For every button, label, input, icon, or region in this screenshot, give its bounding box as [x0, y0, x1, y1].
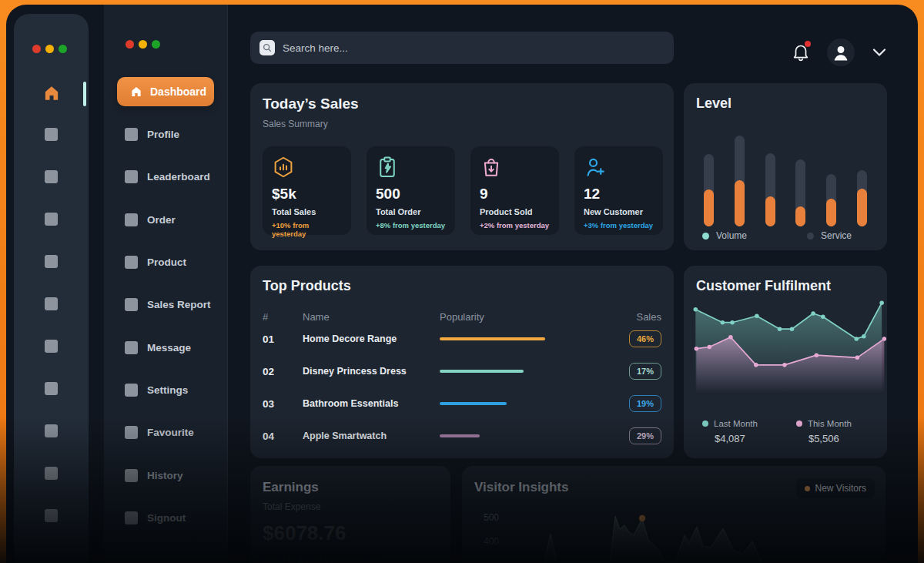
today-sales-subtitle: Sales Summary	[263, 119, 661, 129]
earnings-subtitle: Total Expense	[263, 501, 438, 512]
mini-sidebar-item-message[interactable]	[45, 340, 58, 353]
sidebar-item-sales-report[interactable]: Sales Report	[125, 295, 211, 313]
minimize-window-button[interactable]	[139, 40, 147, 49]
earnings-card: Earnings Total Expense $6078.76 Profit i…	[250, 466, 450, 563]
product-name: Bathroom Essentials	[303, 398, 440, 409]
sidebar-item-history[interactable]: History	[125, 466, 183, 484]
stat-label: Total Sales	[272, 207, 342, 216]
search-bar	[250, 32, 674, 64]
account-menu-button[interactable]	[872, 48, 887, 57]
row-number: 02	[263, 366, 303, 377]
zoom-window-button[interactable]	[59, 45, 67, 53]
sidebar-item-label: Profile	[147, 129, 179, 140]
today-sales-card: Today’s Sales Sales Summary $5kTotal Sal…	[250, 83, 674, 250]
volume-legend-label: Volume	[716, 230, 747, 241]
stat-value: $5k	[272, 186, 342, 203]
col-name: Name	[303, 311, 440, 323]
today-sales-title: Today’s Sales	[263, 96, 661, 112]
earnings-note: Profit is 48% More than last Month	[263, 555, 409, 563]
sidebar-item-settings[interactable]: Settings	[125, 380, 188, 399]
stat-card-total-order: 500Total Order+8% from yesterday	[367, 146, 455, 235]
mini-sidebar-item-dashboard[interactable]	[42, 83, 62, 103]
mini-sidebar-item-leaderboard[interactable]	[45, 170, 58, 183]
fulfilment-area-chart	[691, 300, 888, 394]
order-icon	[125, 213, 138, 226]
visitor-area-chart	[510, 503, 872, 563]
legend-value: $4,087	[715, 433, 758, 444]
product-name: Disney Princess Dress	[303, 366, 440, 377]
stat-label: Product Sold	[480, 207, 550, 216]
sidebar-item-label: History	[147, 470, 183, 481]
mini-sidebar-item-product[interactable]	[45, 255, 58, 268]
sidebar-item-label: Dashboard	[150, 85, 206, 98]
sidebar-item-leaderboard[interactable]: Leaderboard	[125, 167, 210, 186]
mini-sidebar-item-signout[interactable]	[45, 509, 58, 522]
table-row: 01Home Decore Range46%	[263, 323, 661, 355]
profile-icon	[125, 128, 138, 141]
stat-delta: +10% from yesterday	[272, 221, 342, 238]
legend-value: $5,506	[808, 433, 852, 444]
sidebar-item-label: Leaderboard	[147, 171, 210, 183]
new-visitors-label: New Visitors	[815, 483, 866, 494]
stat-card-product-sold: 9Product Sold+2% from yesterday	[470, 146, 559, 235]
earnings-value: $6078.76	[263, 521, 438, 545]
top-products-title: Top Products	[263, 278, 661, 294]
chevron-down-icon	[872, 48, 887, 57]
person-plus-icon	[584, 156, 654, 179]
active-indicator	[83, 82, 86, 106]
sidebar-item-profile[interactable]: Profile	[125, 125, 179, 143]
new-visitors-badge: New Visitors	[796, 478, 875, 498]
sidebar-item-label: Product	[147, 256, 186, 268]
sidebar-item-product[interactable]: Product	[125, 253, 186, 271]
sidebar: DashboardProfileLeaderboardOrderProductS…	[104, 5, 228, 563]
mini-sidebar-item-favourite[interactable]	[45, 424, 58, 437]
product-name: Home Decore Range	[303, 333, 440, 344]
top-products-card: Top Products # Name Popularity Sales 01H…	[250, 266, 674, 458]
level-title: Level	[696, 96, 875, 112]
volume-bar	[857, 189, 867, 226]
mini-sidebar-item-settings[interactable]	[45, 382, 58, 395]
sidebar-item-label: Sales Report	[147, 299, 211, 310]
mini-sidebar-item-profile[interactable]	[45, 128, 58, 141]
sidebar-item-order[interactable]: Order	[125, 210, 176, 229]
search-input[interactable]	[283, 42, 665, 54]
close-window-button[interactable]	[32, 45, 41, 53]
user-icon	[830, 42, 852, 63]
y-axis-tick: 500	[484, 512, 499, 523]
volume-bar	[735, 180, 745, 226]
level-bar-group	[795, 128, 805, 226]
sidebar-item-favourite[interactable]: Favourite	[125, 423, 194, 441]
mini-sidebar-item-order[interactable]	[45, 213, 58, 226]
col-sales: Sales	[636, 311, 661, 323]
sidebar-item-signout[interactable]: Signout	[125, 508, 186, 527]
sidebar-item-dashboard[interactable]: Dashboard	[117, 77, 214, 106]
topbar-actions	[792, 39, 887, 66]
level-legend: Volume Service	[702, 230, 869, 241]
sales-badge: 19%	[629, 395, 661, 412]
sidebar-item-label: Signout	[147, 512, 186, 524]
legend-this-month: This Month$5,506	[796, 419, 852, 444]
volume-bar	[826, 199, 836, 226]
avatar[interactable]	[827, 39, 855, 66]
zoom-window-button[interactable]	[152, 40, 160, 49]
hexagon-bars-icon	[272, 156, 342, 179]
stat-delta: +8% from yesterday	[376, 221, 446, 230]
sidebar-item-message[interactable]: Message	[125, 338, 191, 357]
main-content: Today’s Sales Sales Summary $5kTotal Sal…	[228, 5, 918, 563]
close-window-button[interactable]	[126, 40, 134, 49]
history-icon	[125, 469, 138, 482]
volume-bar	[704, 189, 714, 226]
mini-sidebar-item-sales-report[interactable]	[45, 297, 58, 310]
minimize-window-button[interactable]	[45, 45, 54, 53]
sidebar-item-label: Message	[147, 342, 191, 354]
level-bar-chart	[704, 128, 867, 226]
notifications-button[interactable]	[792, 42, 810, 62]
volume-bar	[795, 206, 805, 226]
sales-badge: 29%	[629, 427, 661, 444]
table-row: 04Apple Smartwatch29%	[263, 420, 661, 452]
mini-sidebar-item-history[interactable]	[45, 467, 58, 480]
volume-legend-dot	[702, 233, 709, 240]
sales-badge: 17%	[629, 363, 661, 380]
table-row: 02Disney Princess Dress17%	[263, 355, 661, 387]
window-controls	[32, 45, 67, 53]
